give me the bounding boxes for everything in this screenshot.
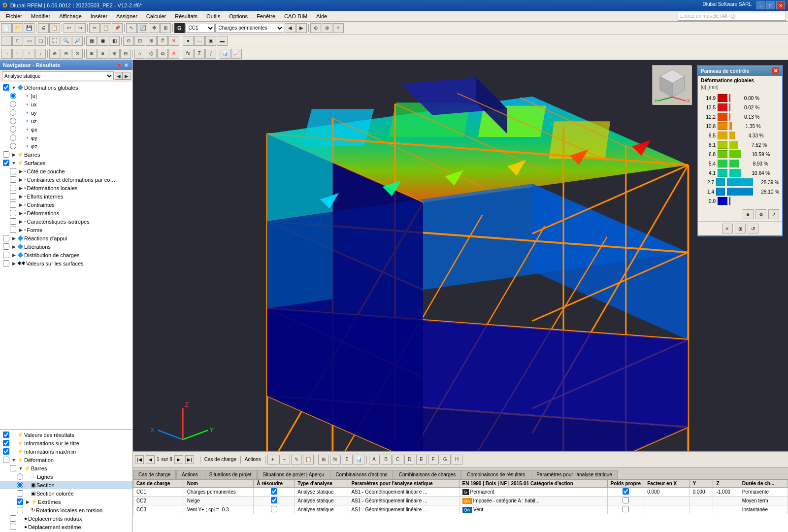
tree-item-uy[interactable]: 🔹 uy <box>0 108 132 117</box>
checkbox-cote-couche[interactable] <box>10 168 16 174</box>
tb3-10[interactable]: ⊞ <box>109 49 120 59</box>
tree-item-valeurs-surf[interactable]: ▶ ✱✱ Valeurs sur les surfaces <box>0 259 132 267</box>
checkbox-barres[interactable] <box>3 151 9 158</box>
tree-item-reactions[interactable]: ▶ 🔷 Réactions d'appui <box>0 234 132 242</box>
tb3-15[interactable]: ✕ <box>168 49 179 59</box>
print-button[interactable]: 🖨 <box>38 23 49 33</box>
checkbox-infos-maxmin[interactable] <box>3 448 9 455</box>
table-btn-c[interactable]: C <box>393 455 403 465</box>
copy-button[interactable]: 📋 <box>100 23 111 33</box>
tb3-7[interactable]: ⊙ <box>72 49 83 59</box>
expand-extremes[interactable]: ▶ <box>24 499 31 504</box>
tree-item-lignes[interactable]: — Lignes <box>0 472 132 481</box>
table-btn-g[interactable]: G <box>440 455 451 465</box>
radio-phix[interactable] <box>10 126 16 133</box>
tree-item-def-locales[interactable]: ▶ ▫ Déformations locales <box>0 184 132 192</box>
checkbox-depl-extreme[interactable] <box>10 524 16 530</box>
expand-reactions[interactable]: ▶ <box>10 236 17 241</box>
tab-parametres[interactable]: Paramètres pour l'analyse statique <box>531 470 618 479</box>
expand-liberations[interactable]: ▶ <box>10 244 17 249</box>
expand-barres[interactable]: ▶ <box>10 152 17 157</box>
tree-item-phiy[interactable]: 🔹 φy <box>0 133 132 142</box>
print2-button[interactable]: 📋 <box>49 23 60 33</box>
tab-situations-projet[interactable]: Situations de projet <box>204 470 257 479</box>
cp-action-3[interactable]: ↺ <box>748 224 758 233</box>
tb3-19[interactable]: 📊 <box>220 49 230 59</box>
tab-combinaisons-actions[interactable]: Combinaisons d'actions <box>330 470 393 479</box>
tb3-14[interactable]: ⧉ <box>157 49 168 59</box>
table-btn-chart[interactable]: 📊 <box>354 455 364 465</box>
expand-barres-sub[interactable]: ▼ <box>17 466 24 471</box>
cp-icon-export[interactable]: ↗ <box>768 209 779 219</box>
close-button[interactable]: ✕ <box>776 1 785 9</box>
table-btn-e[interactable]: E <box>416 455 427 465</box>
menu-calculer[interactable]: Calculer <box>142 12 170 20</box>
cell-cc2-poids[interactable] <box>607 497 644 505</box>
table-btn-a[interactable]: A <box>369 455 380 465</box>
show-members[interactable]: ▬ <box>217 36 228 46</box>
menu-options[interactable]: Options <box>225 12 252 20</box>
expand-deformations2[interactable]: ▶ <box>17 211 24 216</box>
menu-assigner[interactable]: Assigner <box>112 12 141 20</box>
table-btn-d[interactable]: D <box>404 455 415 465</box>
table-btn-3[interactable]: ✎ <box>291 455 302 465</box>
render-shade[interactable]: ◧ <box>109 36 120 46</box>
radio-ux[interactable] <box>10 101 16 107</box>
zoom-in[interactable]: 🔍 <box>61 36 71 46</box>
menu-caobim[interactable]: CAO-BIM <box>280 12 311 20</box>
view-area[interactable]: Y X Z X Y <box>133 60 788 532</box>
menu-modifier[interactable]: Modifier <box>27 12 54 20</box>
show-nodes[interactable]: ● <box>183 36 194 46</box>
menu-resultats[interactable]: Résultats <box>171 12 201 20</box>
tree-item-dist-charges[interactable]: ▶ 🔷 Distribution de charges <box>0 251 132 259</box>
snap-mid[interactable]: ⊡ <box>134 36 145 46</box>
nav-close-button[interactable]: ✕ <box>123 62 130 68</box>
table-btn-f[interactable]: F <box>428 455 439 465</box>
open-button[interactable]: 📁 <box>12 23 23 33</box>
cell-cc3-resoudre[interactable] <box>254 505 295 514</box>
select-button[interactable]: ↖ <box>126 23 137 33</box>
tb-extra2[interactable]: ⊗ <box>322 23 332 33</box>
tree-item-depl-extreme[interactable]: ● Déplacement extrême <box>0 523 132 531</box>
prev-page-button[interactable]: ◀ <box>146 455 155 464</box>
tree-item-contraintes2[interactable]: ▶ ▫ Contraintes <box>0 200 132 209</box>
checkbox-valeurs-res[interactable] <box>3 432 9 438</box>
tree-item-section-coloree[interactable]: ▣ Section colorée <box>0 489 132 498</box>
table-row[interactable]: CC3 Vent Y+ ; cpi = -0.3 Analyse statiqu… <box>133 505 788 514</box>
checkbox-dist-charges[interactable] <box>3 252 9 258</box>
delete-btn[interactable]: ✕ <box>168 36 179 46</box>
paste-button[interactable]: 📌 <box>112 23 123 33</box>
first-page-button[interactable]: |◀ <box>135 455 144 464</box>
maximize-button[interactable]: □ <box>766 1 775 9</box>
expand-contraintes[interactable]: ▶ <box>17 177 24 182</box>
menu-affichage[interactable]: Affichage <box>55 12 86 20</box>
tb3-12[interactable]: ⌂ <box>134 49 145 59</box>
radio-u-abs[interactable] <box>10 93 16 99</box>
snap-node[interactable]: ⊙ <box>123 36 134 46</box>
checkbox-barres-sub[interactable] <box>10 465 16 471</box>
checkbox-infos-titre[interactable] <box>3 440 9 446</box>
cell-cc1-poids[interactable] <box>607 488 644 497</box>
table-btn-filter[interactable]: ⊞ <box>318 455 329 465</box>
cp-icon-table[interactable]: ≡ <box>743 209 754 219</box>
radio-uz[interactable] <box>10 118 16 124</box>
expand-deformation-sec[interactable]: ▼ <box>10 458 17 463</box>
analysis-type-combo[interactable]: Analyse statique <box>2 71 114 80</box>
tree-item-infos-titre[interactable]: ⚡ Informations sur le titre <box>0 439 132 447</box>
tb3-11[interactable]: ⊟ <box>120 49 131 59</box>
cp-close-button[interactable]: ✕ <box>772 67 779 74</box>
show-surfaces[interactable]: ▣ <box>205 36 216 46</box>
snap-grid[interactable]: # <box>157 36 168 46</box>
tree-item-cote-couche[interactable]: ▶ ▫ Côté de couche <box>0 167 132 175</box>
expand-dist-charges[interactable]: ▶ <box>10 253 17 258</box>
tb3-8[interactable]: ≋ <box>86 49 97 59</box>
tree-item-efforts[interactable]: ▶ ▫ Efforts internes <box>0 192 132 200</box>
undo-button[interactable]: ↩ <box>64 23 74 33</box>
redo-button[interactable]: ↪ <box>75 23 86 33</box>
checkbox-liberations[interactable] <box>3 243 9 250</box>
cp-action-2[interactable]: ⊞ <box>735 224 746 233</box>
search-input[interactable]: Entrez un mot-clé (Alt+Q) <box>678 12 786 21</box>
menu-aide[interactable]: Aide <box>312 12 331 20</box>
menu-fichier[interactable]: Fichier <box>2 12 26 20</box>
tab-actions[interactable]: Actions <box>176 470 203 479</box>
